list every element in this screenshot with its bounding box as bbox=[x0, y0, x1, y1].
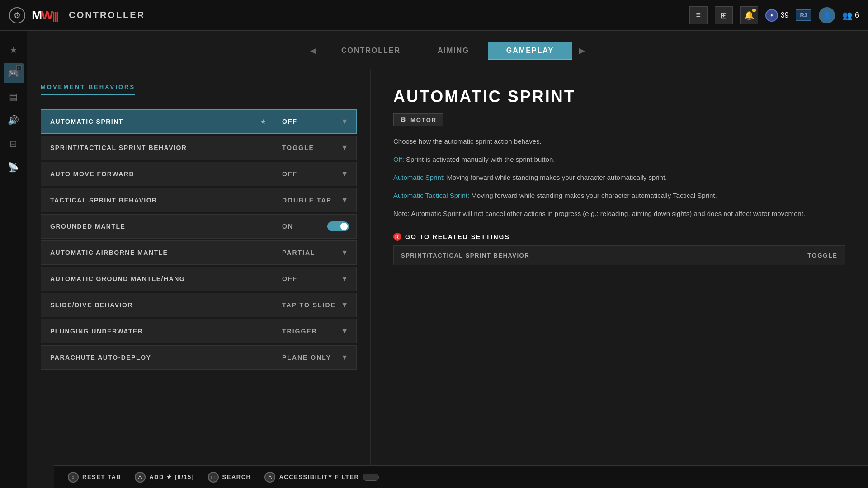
option-auto-tactical-text: Moving forward while standing makes your… bbox=[471, 192, 717, 199]
avatar[interactable]: 👤 bbox=[819, 7, 835, 23]
chevron-down-icon: ▼ bbox=[341, 301, 349, 309]
tab-next-button[interactable]: ▶ bbox=[572, 46, 591, 56]
search-icon: □ bbox=[208, 472, 219, 483]
add-favorite-button[interactable]: △ ADD ★ [8/15] bbox=[135, 472, 194, 483]
accessibility-icon: △ bbox=[264, 472, 275, 483]
divider bbox=[273, 246, 273, 259]
option-auto-sprint-label: Automatic Sprint: bbox=[393, 174, 445, 181]
xp-icon: ✦ bbox=[765, 9, 778, 22]
tab-controller[interactable]: CONTROLLER bbox=[323, 42, 419, 60]
sidebar-item-controller[interactable]: 🎮 2 bbox=[4, 63, 24, 83]
setting-row-automatic-sprint[interactable]: AUTOMATIC SPRINT ★ OFF ▼ bbox=[41, 109, 357, 134]
setting-row-parachute[interactable]: PARACHUTE AUTO-DEPLOY PLANE ONLY ▼ bbox=[41, 345, 357, 370]
add-label: ADD ★ [8/15] bbox=[149, 474, 194, 480]
chevron-down-icon: ▼ bbox=[341, 117, 349, 126]
divider bbox=[273, 193, 273, 207]
sidebar-item-network[interactable]: 📡 bbox=[4, 157, 24, 177]
setting-label-slide-dive: SLIDE/DIVE BEHAVIOR bbox=[41, 301, 271, 309]
setting-value-tactical-sprint: DOUBLE TAP ▼ bbox=[275, 196, 356, 204]
divider bbox=[273, 167, 273, 181]
star-icon[interactable]: ★ bbox=[260, 118, 266, 125]
info-note: Note: Automatic Sprint will not cancel o… bbox=[393, 208, 845, 219]
settings-icon[interactable]: ⚙ bbox=[9, 7, 25, 23]
accessibility-button[interactable]: △ ACCESSIBILITY FILTER bbox=[264, 472, 379, 483]
setting-label-sprint-behavior: SPRINT/TACTICAL SPRINT BEHAVIOR bbox=[41, 144, 271, 151]
notification-icon[interactable]: 🔔 bbox=[740, 6, 758, 24]
toggle-grounded-mantle[interactable] bbox=[327, 221, 349, 231]
search-label: SEARCH bbox=[222, 474, 251, 480]
sidebar: ★ 🎮 2 ▤ 🔊 ⊟ 📡 bbox=[0, 31, 27, 488]
topbar-right: ≡ ⊞ 🔔 ✦ 39 R3 👤 👥 6 bbox=[689, 6, 859, 24]
setting-value-slide-dive: TAP TO SLIDE ▼ bbox=[275, 301, 356, 309]
sidebar-item-interface[interactable]: ▤ bbox=[4, 87, 24, 107]
related-btn-icon: R bbox=[393, 233, 401, 241]
related-row[interactable]: SPRINT/TACTICAL SPRINT BEHAVIOR TOGGLE bbox=[393, 245, 845, 265]
sidebar-item-favorites[interactable]: ★ bbox=[4, 40, 24, 60]
divider bbox=[273, 272, 273, 286]
sidebar-badge: 2 bbox=[16, 65, 22, 70]
setting-value-ground-mantle: OFF ▼ bbox=[275, 275, 356, 283]
setting-value-grounded-mantle: ON bbox=[275, 221, 356, 231]
content-area: MOVEMENT BEHAVIORS AUTOMATIC SPRINT ★ OF… bbox=[27, 69, 868, 476]
chevron-down-icon: ▼ bbox=[341, 170, 349, 178]
info-option-auto-sprint: Automatic Sprint: Moving forward while s… bbox=[393, 172, 845, 183]
chevron-down-icon: ▼ bbox=[341, 144, 349, 152]
chevron-down-icon: ▼ bbox=[341, 275, 349, 283]
setting-row-plunging[interactable]: PLUNGING UNDERWATER TRIGGER ▼ bbox=[41, 319, 357, 343]
accessibility-toggle[interactable] bbox=[363, 474, 379, 481]
setting-row-tactical-sprint[interactable]: TACTICAL SPRINT BEHAVIOR DOUBLE TAP ▼ bbox=[41, 188, 357, 212]
setting-value-parachute: PLANE ONLY ▼ bbox=[275, 353, 356, 361]
bottom-bar: ○ RESET TAB △ ADD ★ [8/15] □ SEARCH △ AC… bbox=[54, 465, 868, 488]
setting-row-auto-move[interactable]: AUTO MOVE FORWARD OFF ▼ bbox=[41, 162, 357, 186]
tabs-row: ◀ CONTROLLER AIMING GAMEPLAY ▶ bbox=[27, 31, 868, 69]
info-option-auto-tactical: Automatic Tactical Sprint: Moving forwar… bbox=[393, 190, 845, 201]
setting-row-airborne-mantle[interactable]: AUTOMATIC AIRBORNE MANTLE PARTIAL ▼ bbox=[41, 240, 357, 265]
grid-icon[interactable]: ⊞ bbox=[715, 6, 733, 24]
related-title: R GO TO RELATED SETTINGS bbox=[393, 233, 845, 241]
divider bbox=[273, 115, 273, 128]
setting-row-sprint-behavior[interactable]: SPRINT/TACTICAL SPRINT BEHAVIOR TOGGLE ▼ bbox=[41, 136, 357, 160]
divider bbox=[273, 220, 273, 233]
setting-label-plunging: PLUNGING UNDERWATER bbox=[41, 328, 271, 335]
reset-label: RESET TAB bbox=[82, 474, 121, 480]
sidebar-item-audio[interactable]: 🔊 bbox=[4, 110, 24, 130]
setting-label-parachute: PARACHUTE AUTO-DEPLOY bbox=[41, 354, 271, 361]
option-off-text: Sprint is activated manually with the sp… bbox=[406, 155, 555, 163]
search-button[interactable]: □ SEARCH bbox=[208, 472, 251, 483]
tab-aiming[interactable]: AIMING bbox=[419, 42, 488, 60]
friends-value: 6 bbox=[855, 11, 859, 19]
tab-gameplay[interactable]: GAMEPLAY bbox=[488, 42, 572, 60]
game-logo: MW||| bbox=[32, 8, 58, 23]
right-panel: AUTOMATIC SPRINT ⚙ MOTOR Choose how the … bbox=[371, 69, 868, 476]
chevron-down-icon: ▼ bbox=[341, 196, 349, 204]
divider bbox=[273, 351, 273, 364]
sidebar-item-display[interactable]: ⊟ bbox=[4, 134, 24, 154]
setting-row-grounded-mantle[interactable]: GROUNDED MANTLE ON bbox=[41, 214, 357, 239]
reset-tab-button[interactable]: ○ RESET TAB bbox=[68, 472, 121, 483]
page-title: CONTROLLER bbox=[69, 10, 145, 20]
accessibility-label: ACCESSIBILITY FILTER bbox=[279, 474, 359, 480]
related-row-label: SPRINT/TACTICAL SPRINT BEHAVIOR bbox=[401, 252, 807, 259]
rank-badge: R3 bbox=[796, 9, 811, 21]
divider bbox=[273, 141, 273, 155]
setting-label-auto-move: AUTO MOVE FORWARD bbox=[41, 170, 271, 178]
logo-area: ⚙ MW||| CONTROLLER bbox=[9, 7, 145, 23]
reset-icon: ○ bbox=[68, 472, 79, 483]
setting-value-automatic-sprint: OFF ▼ bbox=[275, 117, 356, 126]
setting-label-airborne-mantle: AUTOMATIC AIRBORNE MANTLE bbox=[41, 249, 271, 256]
add-icon: △ bbox=[135, 472, 146, 483]
divider bbox=[273, 298, 273, 312]
friends-icon: 👥 bbox=[842, 10, 852, 20]
setting-label-tactical-sprint: TACTICAL SPRINT BEHAVIOR bbox=[41, 197, 271, 204]
xp-value: 39 bbox=[781, 11, 789, 19]
divider bbox=[273, 324, 273, 338]
setting-row-slide-dive[interactable]: SLIDE/DIVE BEHAVIOR TAP TO SLIDE ▼ bbox=[41, 293, 357, 317]
menu-icon[interactable]: ≡ bbox=[689, 6, 708, 24]
related-title-label: GO TO RELATED SETTINGS bbox=[405, 233, 510, 240]
topbar: ⚙ MW||| CONTROLLER ≡ ⊞ 🔔 ✦ 39 R3 👤 👥 6 bbox=[0, 0, 868, 31]
related-settings: R GO TO RELATED SETTINGS SPRINT/TACTICAL… bbox=[393, 233, 845, 265]
tab-prev-button[interactable]: ◀ bbox=[304, 46, 323, 56]
setting-row-ground-mantle[interactable]: AUTOMATIC GROUND MANTLE/HANG OFF ▼ bbox=[41, 267, 357, 291]
setting-value-sprint-behavior: TOGGLE ▼ bbox=[275, 144, 356, 152]
setting-label-ground-mantle: AUTOMATIC GROUND MANTLE/HANG bbox=[41, 275, 271, 282]
